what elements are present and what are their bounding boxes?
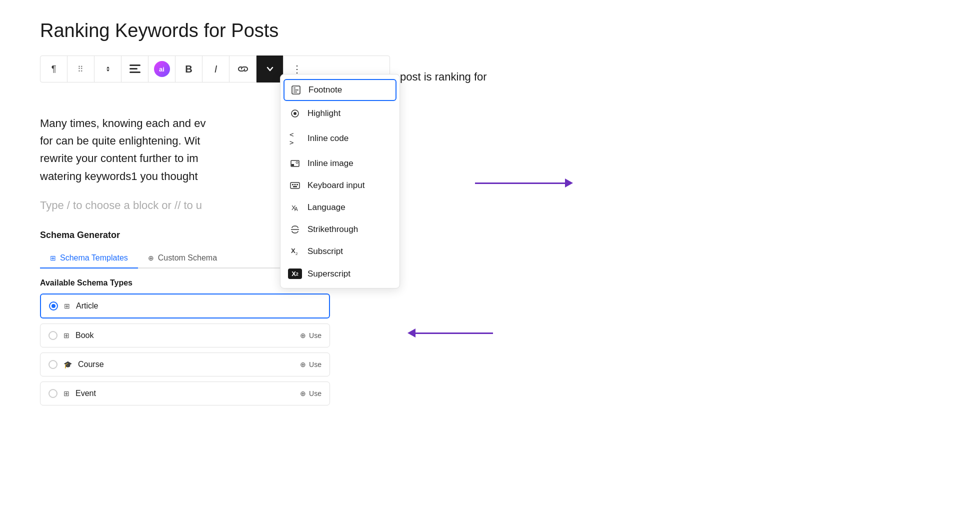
- keyboard-input-label: Keyboard input: [308, 180, 364, 190]
- toolbar-trailing-text: post is ranking for: [390, 70, 487, 84]
- footnote-label: Footnote: [308, 85, 342, 95]
- dropdown-menu: Footnote Highlight < > Inline code: [280, 74, 400, 288]
- content-area: Many times, knowing each and ev ur post …: [40, 114, 490, 212]
- content-placeholder[interactable]: Type / to choose a block or // to u: [40, 199, 490, 212]
- toolbar-ai[interactable]: ai: [148, 56, 176, 82]
- toolbar-bold[interactable]: B: [176, 56, 202, 82]
- highlight-icon: [290, 109, 300, 118]
- use-event-btn[interactable]: ⊕ Use: [300, 390, 322, 398]
- inline-code-icon: < >: [290, 130, 300, 146]
- svg-rect-2: [130, 72, 140, 73]
- schema-title: Schema Generator: [40, 230, 940, 240]
- inline-image-label: Inline image: [308, 158, 354, 168]
- radio-event[interactable]: [48, 389, 58, 398]
- footnote-icon: [290, 86, 302, 94]
- schema-item-article[interactable]: ⊞ Article: [40, 294, 330, 318]
- dropdown-item-strikethrough[interactable]: Strikethrough: [280, 218, 400, 240]
- schema-item-course[interactable]: 🎓 Course ⊕ Use: [40, 352, 330, 376]
- dropdown-item-inline-code[interactable]: < > Inline code: [280, 124, 400, 152]
- superscript-icon: X2: [290, 268, 300, 279]
- schema-item-book[interactable]: ⊞ Book ⊕ Use: [40, 324, 330, 348]
- svg-rect-16: [293, 186, 297, 188]
- svg-text:A: A: [294, 206, 298, 212]
- svg-text:X: X: [291, 248, 296, 254]
- radio-book[interactable]: [48, 331, 58, 340]
- content-paragraph: Many times, knowing each and ev ur post …: [40, 114, 490, 185]
- language-icon: X A: [290, 203, 300, 212]
- schema-section: Schema Generator ⊞ Schema Templates ⊕ Cu…: [40, 230, 940, 406]
- arrow-superscript-annotation: [475, 178, 573, 188]
- inline-code-label: Inline code: [308, 134, 348, 144]
- toolbar-dropdown[interactable]: [256, 56, 284, 82]
- radio-article[interactable]: [49, 302, 58, 310]
- arrow-to-superscript: [408, 328, 493, 338]
- dropdown-item-footnote[interactable]: Footnote: [284, 79, 396, 101]
- dropdown-item-subscript[interactable]: X 2 Subscript: [280, 240, 400, 262]
- svg-rect-10: [292, 164, 294, 166]
- dropdown-item-highlight[interactable]: Highlight: [280, 102, 400, 124]
- dropdown-item-inline-image[interactable]: Inline image: [280, 152, 400, 174]
- page-title: Ranking Keywords for Posts: [40, 20, 940, 42]
- dropdown-item-superscript[interactable]: X2 Superscript: [280, 262, 400, 285]
- svg-rect-1: [130, 68, 138, 70]
- strikethrough-icon: [290, 226, 300, 234]
- use-book-btn[interactable]: ⊕ Use: [300, 332, 322, 340]
- schema-tab-custom[interactable]: ⊕ Custom Schema: [138, 248, 227, 268]
- toolbar-link[interactable]: [230, 56, 256, 82]
- toolbar-drag[interactable]: ⠿: [68, 56, 94, 82]
- schema-item-event[interactable]: ⊞ Event ⊕ Use: [40, 382, 330, 406]
- schema-types-label: Available Schema Types: [40, 278, 940, 288]
- highlight-label: Highlight: [308, 108, 340, 118]
- dropdown-item-keyboard-input[interactable]: Keyboard input: [280, 174, 400, 196]
- use-course-btn[interactable]: ⊕ Use: [300, 360, 322, 368]
- keyboard-input-icon: [290, 182, 300, 189]
- superscript-label: Superscript: [308, 269, 350, 279]
- toolbar-pilcrow[interactable]: ¶: [40, 56, 68, 82]
- dropdown-item-language[interactable]: X A Language: [280, 196, 400, 218]
- svg-rect-14: [294, 184, 296, 186]
- schema-tab-templates[interactable]: ⊞ Schema Templates: [40, 248, 138, 268]
- svg-text:2: 2: [296, 252, 298, 256]
- toolbar-arrows[interactable]: [94, 56, 122, 82]
- subscript-icon: X 2: [290, 248, 300, 256]
- subscript-label: Subscript: [308, 246, 343, 256]
- toolbar-align[interactable]: [122, 56, 148, 82]
- strikethrough-label: Strikethrough: [308, 224, 358, 234]
- language-label: Language: [308, 202, 346, 212]
- svg-rect-15: [296, 184, 298, 186]
- toolbar-italic[interactable]: I: [202, 56, 230, 82]
- svg-rect-0: [130, 64, 140, 66]
- radio-course[interactable]: [48, 360, 58, 369]
- svg-rect-12: [290, 182, 300, 188]
- svg-point-11: [296, 162, 298, 164]
- svg-rect-13: [292, 184, 294, 186]
- inline-image-icon: [290, 160, 300, 167]
- svg-point-8: [294, 112, 296, 115]
